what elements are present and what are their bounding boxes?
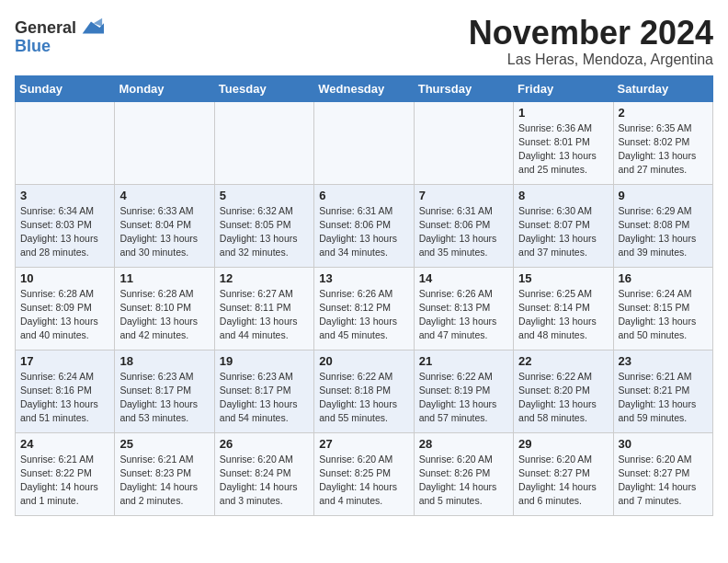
- day-number: 5: [220, 189, 309, 202]
- weekday-header-cell: Saturday: [613, 75, 712, 101]
- day-info: Sunrise: 6:20 AMSunset: 8:25 PMDaylight:…: [319, 453, 408, 509]
- day-number: 22: [518, 354, 608, 368]
- day-number: 15: [518, 271, 608, 285]
- day-info: Sunrise: 6:23 AMSunset: 8:17 PMDaylight:…: [119, 370, 209, 426]
- day-number: 12: [220, 271, 309, 285]
- day-info: Sunrise: 6:36 AMSunset: 8:01 PMDaylight:…: [518, 121, 608, 178]
- weekday-header-cell: Wednesday: [314, 75, 414, 101]
- calendar-day-cell: [414, 101, 513, 184]
- day-info: Sunrise: 6:30 AMSunset: 8:07 PMDaylight:…: [518, 204, 608, 260]
- calendar-day-cell: [214, 101, 313, 184]
- day-info: Sunrise: 6:22 AMSunset: 8:19 PMDaylight:…: [419, 370, 508, 426]
- day-info: Sunrise: 6:31 AMSunset: 8:06 PMDaylight:…: [319, 204, 408, 260]
- day-number: 4: [119, 189, 209, 202]
- day-info: Sunrise: 6:35 AMSunset: 8:02 PMDaylight:…: [619, 121, 708, 178]
- day-number: 16: [619, 271, 708, 285]
- day-number: 18: [119, 354, 209, 368]
- day-number: 25: [119, 437, 209, 451]
- calendar-day-cell: 27Sunrise: 6:20 AMSunset: 8:25 PMDayligh…: [314, 432, 414, 515]
- calendar-day-cell: 20Sunrise: 6:22 AMSunset: 8:18 PMDayligh…: [314, 350, 414, 432]
- calendar-day-cell: 15Sunrise: 6:25 AMSunset: 8:14 PMDayligh…: [514, 267, 613, 350]
- day-info: Sunrise: 6:21 AMSunset: 8:22 PMDaylight:…: [20, 453, 109, 509]
- weekday-header-cell: Tuesday: [214, 75, 313, 101]
- calendar-day-cell: 10Sunrise: 6:28 AMSunset: 8:09 PMDayligh…: [16, 267, 115, 350]
- calendar-day-cell: 7Sunrise: 6:31 AMSunset: 8:06 PMDaylight…: [414, 184, 513, 267]
- day-number: 21: [419, 354, 508, 368]
- day-info: Sunrise: 6:28 AMSunset: 8:10 PMDaylight:…: [119, 287, 209, 343]
- weekday-header-cell: Friday: [514, 75, 613, 101]
- calendar-day-cell: 29Sunrise: 6:20 AMSunset: 8:27 PMDayligh…: [514, 432, 613, 515]
- calendar-body: 1Sunrise: 6:36 AMSunset: 8:01 PMDaylight…: [16, 101, 713, 515]
- logo-blue-text: Blue: [15, 37, 51, 56]
- day-number: 27: [319, 437, 408, 451]
- calendar-week-row: 3Sunrise: 6:34 AMSunset: 8:03 PMDaylight…: [16, 184, 713, 267]
- day-number: 28: [419, 437, 508, 451]
- day-info: Sunrise: 6:22 AMSunset: 8:18 PMDaylight:…: [319, 370, 408, 426]
- calendar-week-row: 24Sunrise: 6:21 AMSunset: 8:22 PMDayligh…: [16, 432, 713, 515]
- day-info: Sunrise: 6:29 AMSunset: 8:08 PMDaylight:…: [619, 204, 708, 260]
- day-number: 7: [419, 189, 508, 202]
- calendar-week-row: 17Sunrise: 6:24 AMSunset: 8:16 PMDayligh…: [16, 350, 713, 432]
- calendar-day-cell: 6Sunrise: 6:31 AMSunset: 8:06 PMDaylight…: [314, 184, 414, 267]
- calendar-day-cell: [115, 101, 214, 184]
- logo-general-text: General: [15, 18, 76, 38]
- calendar-week-row: 10Sunrise: 6:28 AMSunset: 8:09 PMDayligh…: [16, 267, 713, 350]
- day-number: 20: [319, 354, 408, 368]
- calendar-day-cell: 11Sunrise: 6:28 AMSunset: 8:10 PMDayligh…: [115, 267, 214, 350]
- weekday-header-cell: Sunday: [16, 75, 115, 101]
- day-info: Sunrise: 6:20 AMSunset: 8:27 PMDaylight:…: [518, 453, 608, 509]
- calendar-day-cell: [314, 101, 414, 184]
- calendar-day-cell: 23Sunrise: 6:21 AMSunset: 8:21 PMDayligh…: [613, 350, 712, 432]
- weekday-header-cell: Monday: [115, 75, 214, 101]
- calendar-table: SundayMondayTuesdayWednesdayThursdayFrid…: [15, 75, 713, 516]
- day-info: Sunrise: 6:25 AMSunset: 8:14 PMDaylight:…: [518, 287, 608, 343]
- day-info: Sunrise: 6:21 AMSunset: 8:23 PMDaylight:…: [119, 453, 209, 509]
- calendar-day-cell: 8Sunrise: 6:30 AMSunset: 8:07 PMDaylight…: [514, 184, 613, 267]
- day-info: Sunrise: 6:28 AMSunset: 8:09 PMDaylight:…: [20, 287, 109, 343]
- calendar-day-cell: 14Sunrise: 6:26 AMSunset: 8:13 PMDayligh…: [414, 267, 513, 350]
- day-info: Sunrise: 6:33 AMSunset: 8:04 PMDaylight:…: [119, 204, 209, 260]
- day-number: 8: [518, 189, 608, 202]
- day-info: Sunrise: 6:20 AMSunset: 8:26 PMDaylight:…: [419, 453, 508, 509]
- calendar-day-cell: 28Sunrise: 6:20 AMSunset: 8:26 PMDayligh…: [414, 432, 513, 515]
- calendar-day-cell: 16Sunrise: 6:24 AMSunset: 8:15 PMDayligh…: [613, 267, 712, 350]
- day-info: Sunrise: 6:23 AMSunset: 8:17 PMDaylight:…: [220, 370, 309, 426]
- day-number: 17: [20, 354, 109, 368]
- day-number: 26: [220, 437, 309, 451]
- day-info: Sunrise: 6:32 AMSunset: 8:05 PMDaylight:…: [220, 204, 309, 260]
- calendar-day-cell: 24Sunrise: 6:21 AMSunset: 8:22 PMDayligh…: [16, 432, 115, 515]
- day-number: 29: [518, 437, 608, 451]
- calendar-day-cell: 21Sunrise: 6:22 AMSunset: 8:19 PMDayligh…: [414, 350, 513, 432]
- calendar-day-cell: 3Sunrise: 6:34 AMSunset: 8:03 PMDaylight…: [16, 184, 115, 267]
- calendar-day-cell: 19Sunrise: 6:23 AMSunset: 8:17 PMDayligh…: [214, 350, 313, 432]
- day-number: 30: [619, 437, 708, 451]
- calendar-week-row: 1Sunrise: 6:36 AMSunset: 8:01 PMDaylight…: [16, 101, 713, 184]
- calendar-day-cell: 22Sunrise: 6:22 AMSunset: 8:20 PMDayligh…: [514, 350, 613, 432]
- weekday-header-row: SundayMondayTuesdayWednesdayThursdayFrid…: [16, 75, 713, 101]
- day-info: Sunrise: 6:24 AMSunset: 8:15 PMDaylight:…: [619, 287, 708, 343]
- calendar-day-cell: 4Sunrise: 6:33 AMSunset: 8:04 PMDaylight…: [115, 184, 214, 267]
- month-title: November 2024: [469, 15, 713, 52]
- day-info: Sunrise: 6:26 AMSunset: 8:12 PMDaylight:…: [319, 287, 408, 343]
- day-number: 24: [20, 437, 109, 451]
- calendar-day-cell: 13Sunrise: 6:26 AMSunset: 8:12 PMDayligh…: [314, 267, 414, 350]
- page-header: General Blue November 2024 Las Heras, Me…: [15, 15, 713, 68]
- day-number: 19: [220, 354, 309, 368]
- day-number: 1: [518, 106, 608, 120]
- logo-icon: [78, 15, 104, 40]
- calendar-day-cell: 25Sunrise: 6:21 AMSunset: 8:23 PMDayligh…: [115, 432, 214, 515]
- day-info: Sunrise: 6:27 AMSunset: 8:11 PMDaylight:…: [220, 287, 309, 343]
- location-title: Las Heras, Mendoza, Argentina: [469, 52, 713, 68]
- calendar-day-cell: 9Sunrise: 6:29 AMSunset: 8:08 PMDaylight…: [613, 184, 712, 267]
- day-number: 9: [619, 189, 708, 202]
- calendar-day-cell: 12Sunrise: 6:27 AMSunset: 8:11 PMDayligh…: [214, 267, 313, 350]
- day-number: 13: [319, 271, 408, 285]
- calendar-day-cell: 26Sunrise: 6:20 AMSunset: 8:24 PMDayligh…: [214, 432, 313, 515]
- day-info: Sunrise: 6:31 AMSunset: 8:06 PMDaylight:…: [419, 204, 508, 260]
- calendar-day-cell: 5Sunrise: 6:32 AMSunset: 8:05 PMDaylight…: [214, 184, 313, 267]
- day-number: 11: [119, 271, 209, 285]
- day-info: Sunrise: 6:20 AMSunset: 8:24 PMDaylight:…: [220, 453, 309, 509]
- day-number: 10: [20, 271, 109, 285]
- weekday-header-cell: Thursday: [414, 75, 513, 101]
- calendar-day-cell: 30Sunrise: 6:20 AMSunset: 8:27 PMDayligh…: [613, 432, 712, 515]
